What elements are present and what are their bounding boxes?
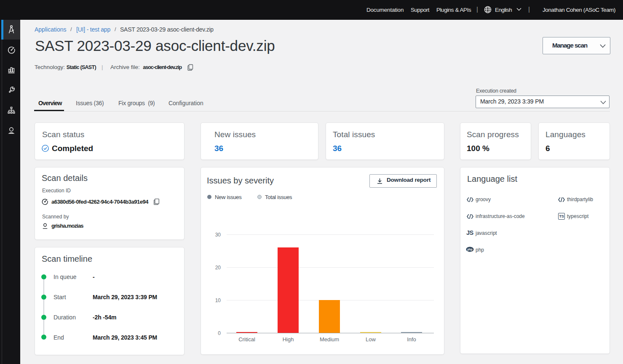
svg-text:php: php <box>468 248 473 251</box>
